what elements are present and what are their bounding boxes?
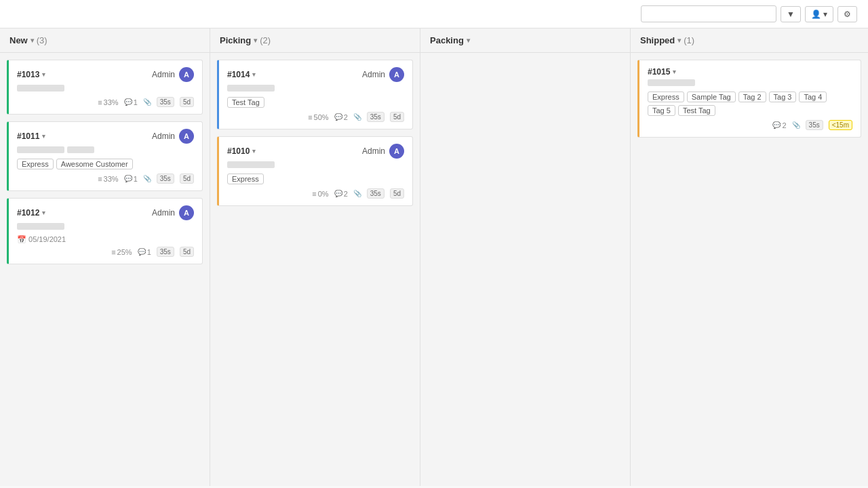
tag: Express (17, 159, 54, 169)
card-comments: 💬 2 (334, 190, 348, 198)
card-footer: ≡ 33%💬 1📎35s5d (17, 97, 194, 107)
user-filter-button[interactable]: 👤 ▾ (805, 6, 833, 22)
card-customer (648, 79, 852, 87)
tag: Test Tag (678, 105, 715, 116)
column-label-new: New (9, 35, 28, 45)
column-count-shipped: (1) (684, 35, 694, 45)
card-id-chevron-icon: ▾ (673, 68, 676, 75)
avatar: A (389, 144, 404, 159)
card-header: #1015 ▾ (648, 67, 852, 77)
column-count-picking: (2) (260, 35, 271, 45)
card-header: #1014 ▾AdminA (227, 67, 404, 82)
card-time-badge-1: 35s (806, 120, 823, 130)
column-chevron-icon: ▾ (677, 37, 681, 44)
avatar: A (389, 67, 404, 82)
card-footer: 💬 2📎35s<15m (648, 120, 852, 130)
card-customer (227, 85, 404, 93)
avatar: A (179, 129, 194, 144)
column-header-packing: Packing ▾ (420, 28, 630, 53)
card-comments: 💬 1 (124, 98, 138, 106)
card-progress: ≡ 25% (111, 248, 132, 256)
card-time-badge-1: 35s (367, 188, 384, 199)
card-footer: ≡ 0%💬 2📎35s5d (227, 188, 404, 199)
tag: Tag 2 (738, 92, 766, 102)
column-picking: Picking ▾ (2)#1014 ▾AdminA Test Tag≡ 50%… (210, 28, 420, 486)
column-body-shipped: #1015 ▾ ExpressSample TagTag 2Tag 3Tag 4… (631, 53, 868, 486)
avatar: A (179, 205, 194, 220)
column-count-new: (3) (37, 35, 47, 45)
card-assignee-name: Admin (152, 131, 175, 141)
column-header-shipped: Shipped ▾ (1) (631, 28, 868, 53)
card-comments: 💬 2 (772, 121, 786, 129)
card-date: 📅 05/19/2021 (17, 235, 194, 244)
tag: Tag 5 (648, 105, 675, 116)
card-footer: ≡ 33%💬 1📎35s5d (17, 174, 194, 184)
settings-button[interactable]: ⚙ (837, 6, 857, 22)
card-comments: 💬 1 (138, 248, 151, 256)
card-header: #1011 ▾AdminA (17, 129, 194, 144)
card-tags: ExpressSample TagTag 2Tag 3Tag 4Tag 5Tes… (648, 92, 852, 116)
card-id: #1014 ▾ (227, 70, 256, 79)
card-comments: 💬 2 (334, 113, 348, 121)
column-header-picking: Picking ▾ (2) (210, 28, 420, 53)
card-time-badge-2: 5d (180, 97, 194, 107)
card-time-badge-1: 35s (157, 174, 174, 184)
card-time-badge-1: 35s (157, 247, 174, 257)
avatar: A (179, 67, 194, 82)
card-attachments: 📎 (353, 190, 361, 197)
card-id-chevron-icon: ▾ (252, 71, 256, 78)
card[interactable]: #1013 ▾AdminA ≡ 33%💬 1📎35s5d (7, 60, 203, 115)
card-id: #1015 ▾ (648, 67, 676, 77)
tag: Awesome Customer (56, 159, 133, 169)
tag: Tag 3 (769, 92, 797, 102)
card-header: #1010 ▾AdminA (227, 144, 404, 159)
card-progress: ≡ 50% (308, 113, 328, 121)
column-label-shipped: Shipped (640, 35, 675, 45)
tag: Express (648, 92, 684, 102)
card[interactable]: #1015 ▾ ExpressSample TagTag 2Tag 3Tag 4… (637, 60, 861, 138)
card-time-badge-2: 5d (180, 247, 194, 257)
card-footer: ≡ 25%💬 135s5d (17, 247, 194, 257)
filter-input[interactable] (641, 5, 776, 22)
column-label-packing: Packing (430, 35, 464, 45)
column-header-new: New ▾ (3) (0, 28, 210, 53)
card[interactable]: #1014 ▾AdminA Test Tag≡ 50%💬 2📎35s5d (217, 60, 413, 129)
filter-button[interactable]: ▼ (781, 6, 801, 22)
card-comments: 💬 1 (124, 175, 138, 183)
card-progress: ≡ 33% (98, 175, 118, 183)
card-header: #1012 ▾AdminA (17, 205, 194, 220)
card-attachments: 📎 (353, 113, 361, 121)
card-id: #1013 ▾ (17, 70, 45, 79)
card-customer (17, 85, 194, 93)
card-assignee: AdminA (362, 67, 404, 82)
card-assignee-name: Admin (362, 146, 385, 156)
top-bar: ▼ 👤 ▾ ⚙ (0, 0, 868, 28)
column-shipped: Shipped ▾ (1)#1015 ▾ ExpressSample TagTa… (631, 28, 868, 486)
column-body-picking: #1014 ▾AdminA Test Tag≡ 50%💬 2📎35s5d#101… (210, 53, 420, 486)
column-chevron-icon: ▾ (467, 37, 470, 44)
card-tags: ExpressAwesome Customer (17, 159, 194, 169)
filter-icon: ▼ (787, 9, 795, 19)
card-assignee: AdminA (152, 205, 194, 220)
card-id: #1011 ▾ (17, 131, 45, 141)
card-id: #1010 ▾ (227, 146, 256, 156)
user-icon: 👤 (811, 9, 821, 19)
tag: Test Tag (227, 97, 264, 108)
card-tags: Test Tag (227, 97, 404, 108)
column-packing: Packing ▾ (420, 28, 631, 486)
card-tags: Express (227, 174, 404, 184)
card-attachments: 📎 (143, 98, 151, 106)
column-body-packing (420, 53, 630, 486)
card-assignee-name: Admin (152, 70, 175, 79)
card-progress: ≡ 0% (312, 190, 328, 198)
card[interactable]: #1012 ▾AdminA 📅 05/19/2021≡ 25%💬 135s5d (7, 198, 203, 264)
card-assignee: AdminA (152, 129, 194, 144)
card[interactable]: #1011 ▾AdminA ExpressAwesome Customer≡ 3… (7, 121, 203, 191)
card[interactable]: #1010 ▾AdminA Express≡ 0%💬 2📎35s5d (217, 136, 413, 206)
card-id-chevron-icon: ▾ (42, 71, 45, 78)
card-id-chevron-icon: ▾ (252, 148, 256, 155)
card-time-badge-1: 35s (367, 112, 384, 122)
card-assignee-name: Admin (152, 208, 175, 218)
card-footer: ≡ 50%💬 2📎35s5d (227, 112, 404, 122)
card-progress: ≡ 33% (98, 98, 118, 106)
